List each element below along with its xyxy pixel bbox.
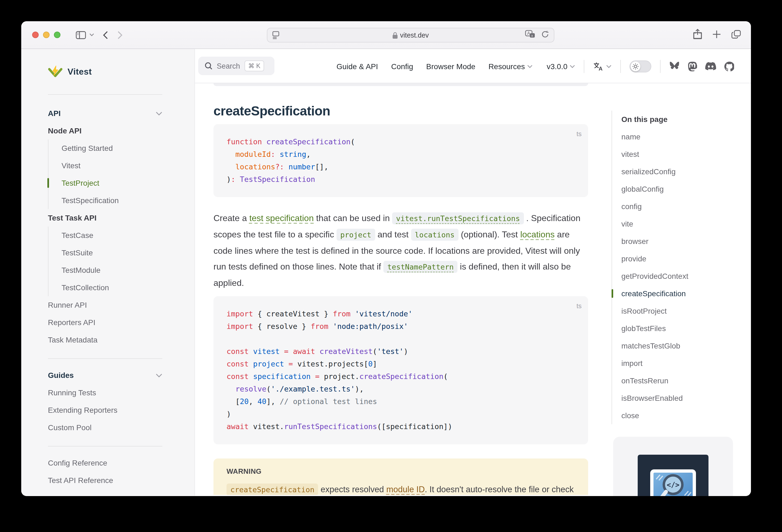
nav-link-config[interactable]: Config — [391, 62, 413, 71]
sidebar-item-testsuite[interactable]: TestSuite — [62, 244, 162, 261]
toc-item-matchestestglob[interactable]: matchesTestGlob — [621, 337, 745, 354]
translate-icon[interactable]: A — [593, 61, 611, 71]
version-menu[interactable]: v3.0.0 — [547, 62, 575, 71]
toc-item-createspecification[interactable]: createSpecification — [621, 285, 745, 302]
site-title: Vitest — [68, 67, 92, 76]
sidebar-item-vitest[interactable]: Vitest — [62, 157, 162, 174]
toc-item-ontestsrerun[interactable]: onTestsRerun — [621, 372, 745, 389]
sidebar-item-node-api[interactable]: Node API — [48, 122, 162, 139]
chevron-down-icon — [156, 373, 162, 377]
code-line: import { resolve } from 'node:path/posix… — [226, 320, 575, 333]
code-line: const specification = project.createSpec… — [226, 370, 575, 383]
sidebar-item-test-api-reference[interactable]: Test API Reference — [48, 471, 162, 489]
new-tab-icon[interactable] — [712, 30, 721, 41]
theme-toggle[interactable] — [630, 60, 651, 72]
traffic-lights — [32, 32, 61, 38]
lock-icon — [392, 32, 397, 38]
inline-code-link[interactable]: vitest.runTestSpecifications — [392, 212, 524, 224]
translate-badge-icon[interactable]: Ax — [525, 30, 536, 41]
search-icon — [205, 62, 212, 70]
sidebar-item-getting-started[interactable]: Getting Started — [62, 139, 162, 157]
back-icon[interactable] — [103, 31, 108, 39]
inline-code: createSpecification — [226, 484, 318, 495]
toc-item-serializedconfig[interactable]: serializedConfig — [621, 163, 745, 180]
toc-item-provide[interactable]: provide — [621, 250, 745, 268]
toc-item-isbrowserenabled[interactable]: isBrowserEnabled — [621, 389, 745, 407]
sidebar-item-extending-reporters[interactable]: Extending Reporters — [48, 401, 162, 419]
zoom-button[interactable] — [54, 32, 61, 38]
toc-item-vite[interactable]: vite — [621, 215, 745, 233]
forward-icon[interactable] — [118, 31, 122, 39]
svg-text:</>: </> — [667, 481, 680, 489]
site-logo[interactable]: Vitest — [48, 49, 162, 95]
search-button[interactable]: Search ⌘ K — [198, 57, 275, 75]
toc-item-vitest[interactable]: vitest — [621, 145, 745, 163]
warning-body: createSpecification expects resolved mod… — [226, 482, 575, 495]
divider — [584, 60, 584, 73]
toc-item-browser[interactable]: browser — [621, 233, 745, 250]
reload-icon[interactable] — [541, 30, 549, 40]
text: (optional). Test — [459, 230, 520, 239]
sidebar-item-test-task-api[interactable]: Test Task API — [48, 209, 162, 226]
sidebar-item-custom-pool[interactable]: Custom Pool — [48, 419, 162, 436]
toc-item-config[interactable]: config — [621, 198, 745, 215]
code-line: [20, 40], // optional test lines — [226, 395, 575, 408]
bluesky-icon[interactable] — [669, 62, 680, 71]
sidebar-item-task-metadata[interactable]: Task Metadata — [48, 331, 162, 349]
address-bar[interactable]: vitest.dev Ax — [267, 28, 555, 42]
toc-item-import[interactable]: import — [621, 354, 745, 372]
sidebar-item-testspecification[interactable]: TestSpecification — [62, 192, 162, 209]
code-block-signature: tsfunction createSpecification( moduleId… — [213, 124, 588, 197]
text: Create a — [213, 213, 249, 223]
on-this-page: On this page namevitestserializedConfigg… — [611, 110, 745, 424]
code-line: import { createVitest } from 'vitest/nod… — [226, 308, 575, 320]
text-link[interactable]: test specification — [249, 213, 314, 223]
toc-item-globtestfiles[interactable]: globTestFiles — [621, 320, 745, 337]
sun-icon — [632, 63, 639, 69]
sidebar-item-reporters-api[interactable]: Reporters API — [48, 314, 162, 331]
discord-icon[interactable] — [705, 62, 716, 70]
tab-overview-icon[interactable] — [731, 30, 741, 41]
aside-title: On this page — [621, 110, 745, 128]
code-line: resolve('./example.test.ts'), — [226, 383, 575, 395]
sidebar-toggle-icon[interactable] — [76, 31, 86, 39]
text-link[interactable]: locations — [520, 230, 555, 239]
sidebar-item-runner-api[interactable]: Runner API — [48, 296, 162, 314]
code-line: moduleId: string, — [226, 148, 575, 161]
nav-link-browser-mode[interactable]: Browser Mode — [426, 62, 475, 71]
reader-icon[interactable] — [272, 31, 279, 39]
sidebar-section: Config ReferenceTest API Reference — [48, 454, 162, 489]
nav-link-label: Resources — [489, 62, 525, 71]
ad-image: </> — [638, 455, 709, 496]
sidebar-section-title-api[interactable]: API — [48, 105, 162, 122]
text: and test — [375, 230, 411, 239]
code-line: function createSpecification( — [226, 136, 575, 148]
github-icon[interactable] — [724, 61, 734, 71]
sidebar-section-title-guides[interactable]: Guides — [48, 366, 162, 384]
toc-item-isrootproject[interactable]: isRootProject — [621, 302, 745, 320]
close-button[interactable] — [32, 32, 39, 38]
sidebar-item-testmodule[interactable]: TestModule — [62, 261, 162, 279]
sidebar-item-config-reference[interactable]: Config Reference — [48, 454, 162, 471]
mastodon-icon[interactable] — [688, 61, 697, 71]
toc-item-name[interactable]: name — [621, 128, 745, 145]
url-text: vitest.dev — [268, 31, 554, 39]
text: expects resolved — [318, 485, 386, 494]
sidebar-item-testcollection[interactable]: TestCollection — [62, 279, 162, 296]
toc-item-getprovidedcontext[interactable]: getProvidedContext — [621, 268, 745, 285]
nav-link-resources[interactable]: Resources — [489, 62, 533, 71]
toc-item-globalconfig[interactable]: globalConfig — [621, 180, 745, 198]
nav-link-guide-api[interactable]: Guide & API — [336, 62, 378, 71]
inline-code-link[interactable]: testNamePattern — [383, 261, 457, 273]
share-icon[interactable] — [693, 29, 702, 41]
sidebar-item-testproject[interactable]: TestProject — [62, 174, 162, 192]
minimize-button[interactable] — [43, 32, 49, 38]
text-link[interactable]: module ID — [386, 485, 425, 494]
svg-text:A: A — [599, 65, 602, 71]
chevron-down-icon[interactable] — [89, 33, 94, 36]
sidebar-item-running-tests[interactable]: Running Tests — [48, 384, 162, 401]
toc-item-close[interactable]: close — [621, 407, 745, 424]
sidebar-item-testcase[interactable]: TestCase — [62, 226, 162, 244]
browser-window: vitest.dev Ax — [21, 21, 751, 496]
carbon-ad[interactable]: </> — [613, 437, 733, 496]
